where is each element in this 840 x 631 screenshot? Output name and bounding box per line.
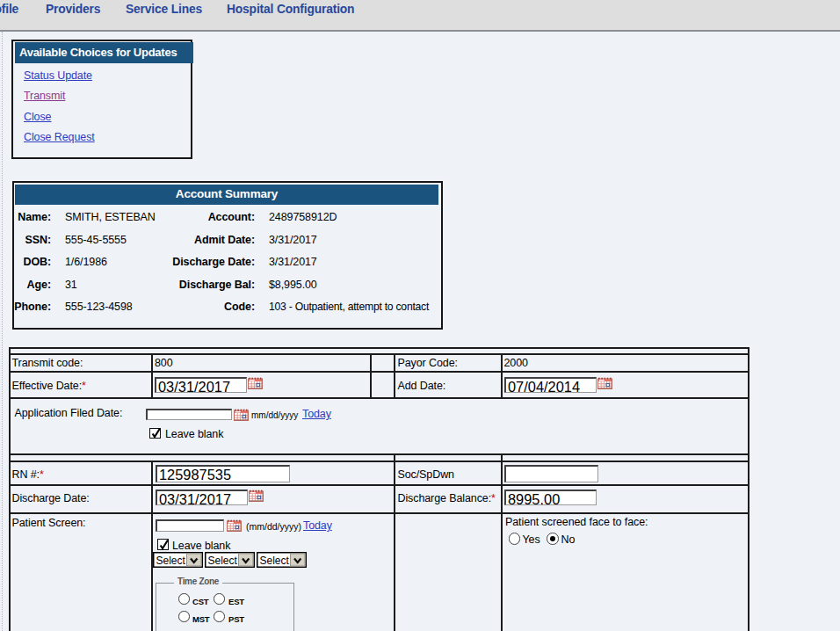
svg-text:Select: Select <box>156 555 186 567</box>
svg-text:Select: Select <box>260 555 290 567</box>
svg-text:Select: Select <box>208 555 238 567</box>
